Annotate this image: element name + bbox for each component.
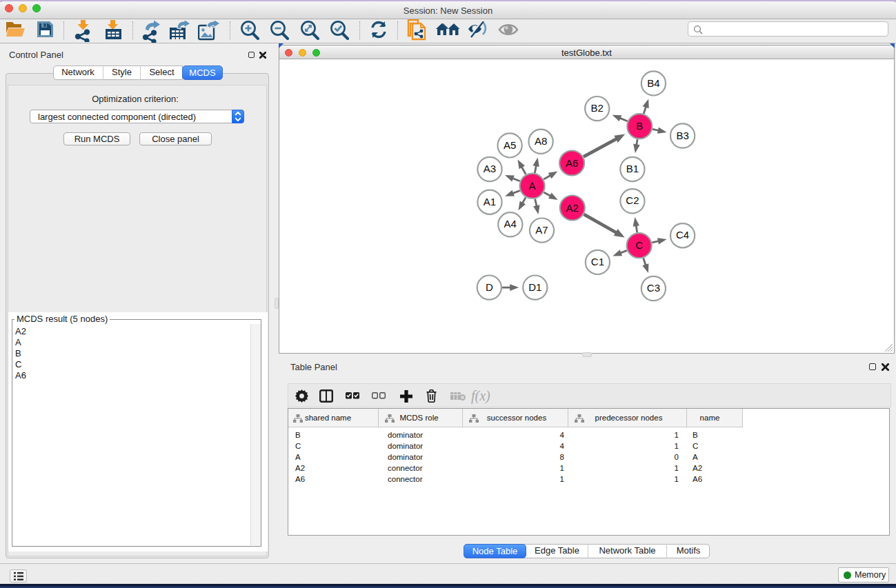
svg-text:D: D [486, 281, 493, 293]
svg-text:A2: A2 [566, 202, 579, 214]
svg-text:A: A [529, 180, 536, 192]
svg-text:C3: C3 [647, 282, 660, 294]
svg-text:C2: C2 [626, 194, 639, 206]
svg-text:B: B [636, 120, 643, 132]
svg-text:B4: B4 [647, 77, 659, 89]
svg-text:A5: A5 [504, 139, 516, 151]
svg-text:A3: A3 [484, 163, 496, 174]
svg-text:B2: B2 [591, 102, 604, 114]
svg-text:A6: A6 [566, 157, 578, 169]
svg-text:A1: A1 [484, 196, 496, 207]
svg-text:A4: A4 [504, 218, 517, 230]
svg-text:A7: A7 [535, 224, 548, 236]
svg-text:B1: B1 [626, 163, 639, 174]
svg-text:C1: C1 [591, 256, 604, 267]
svg-text:C: C [635, 239, 643, 251]
svg-text:B3: B3 [676, 130, 688, 141]
svg-text:A8: A8 [535, 135, 547, 147]
svg-text:D1: D1 [528, 281, 541, 293]
svg-text:C4: C4 [676, 229, 689, 241]
